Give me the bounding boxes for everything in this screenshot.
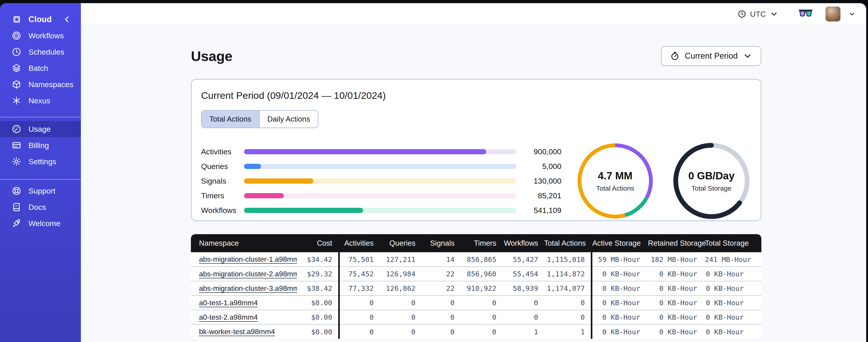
workflows-icon <box>11 30 22 41</box>
cell-active_storage: 0 KB-Hour <box>591 267 648 281</box>
sidebar-item-welcome[interactable]: Welcome <box>0 215 81 232</box>
bar-value: 5,000 <box>523 162 561 171</box>
actions-bar-chart: Activities900,000Queries5,000Signals130,… <box>201 149 561 213</box>
column-header-timers: Timers <box>460 234 502 252</box>
donut-center: 0 GB/DayTotal Storage <box>672 141 751 220</box>
tab-total-actions[interactable]: Total Actions <box>202 111 259 128</box>
cell-cost: $38.42 <box>297 281 339 296</box>
cell-retained_storage: 0 KB-Hour <box>648 267 705 281</box>
namespace-link[interactable]: abs-migration-cluster-2.a98mm4 <box>199 270 297 278</box>
bar-track <box>244 178 516 184</box>
column-header-signals: Signals <box>421 234 460 252</box>
table-row: a0-test-1.a98mm4$0.000000000 KB-Hour0 KB… <box>191 296 762 310</box>
cell-timers: 0 <box>460 296 502 310</box>
bar-track <box>244 193 516 198</box>
namespace-link[interactable]: abs-migration-cluster-3.a98mm4 <box>199 284 297 293</box>
sidebar-item-label: Workflows <box>28 31 64 40</box>
sidebar-collapse-button[interactable] <box>61 14 72 25</box>
actions-tabs: Total ActionsDaily Actions <box>201 110 318 128</box>
sidebar-item-support[interactable]: Support <box>0 183 81 199</box>
cell-signals: 0 <box>421 296 460 310</box>
donut-label: Total Actions <box>596 184 634 192</box>
sidebar-nav-account: UsageBillingSettings <box>0 121 81 170</box>
docs-icon <box>11 202 22 212</box>
namespace-link[interactable]: a0-test-1.a98mm4 <box>199 299 258 307</box>
cell-active_storage: 0 KB-Hour <box>591 281 648 296</box>
sidebar-item-label: Nexus <box>28 96 50 105</box>
bar-label: Timers <box>201 191 244 200</box>
namespace-link[interactable]: bk-worker-test.a98mm4 <box>199 328 275 336</box>
column-header-activities: Activities <box>339 234 379 252</box>
bar-track <box>244 164 516 169</box>
sidebar-item-settings[interactable]: Settings <box>0 153 81 170</box>
total-storage-donut: 0 GB/DayTotal Storage <box>672 141 751 220</box>
sidebar-item-namespaces[interactable]: Namespaces <box>0 76 81 93</box>
cell-total_storage: 0 KB-Hour <box>705 324 762 339</box>
summary-donuts: 4.7 MMTotal Actions 0 GB/DayTotal Storag… <box>576 141 751 220</box>
bar-fill <box>244 164 261 169</box>
sidebar-item-batch[interactable]: Batch <box>0 60 81 76</box>
column-header-active_storage: Active Storage <box>591 234 648 252</box>
bar-label: Queries <box>201 162 244 171</box>
column-header-total_actions: Total Actions <box>544 234 591 252</box>
sidebar-item-label: Namespaces <box>28 80 73 89</box>
bar-label: Signals <box>201 177 244 185</box>
namespace-link[interactable]: a0-test-2.a98mm4 <box>199 313 258 321</box>
sidebar-divider <box>0 179 81 179</box>
schedules-icon <box>11 47 22 57</box>
cell-cost: $29.32 <box>297 267 339 281</box>
temporal-logo-icon <box>11 14 22 25</box>
bar-label: Activities <box>201 147 244 156</box>
cell-namespace: a0-test-2.a98mm4 <box>191 310 297 324</box>
cell-namespace: abs-migration-cluster-1.a98mm4 <box>191 252 297 267</box>
welcome-icon <box>11 218 22 229</box>
page-title: Usage <box>191 48 232 64</box>
cell-retained_storage: 0 KB-Hour <box>648 281 705 296</box>
cell-cost: $0.00 <box>297 324 339 339</box>
user-avatar[interactable] <box>826 6 840 22</box>
sidebar-item-billing[interactable]: Billing <box>0 137 81 153</box>
sidebar-item-label: Welcome <box>28 219 60 228</box>
cell-signals: 22 <box>421 281 460 296</box>
cell-total_storage: 0 KB-Hour <box>705 296 762 310</box>
bar-fill <box>244 178 313 184</box>
sidebar-item-label: Support <box>28 186 55 195</box>
sidebar-item-nexus[interactable]: Nexus <box>0 93 81 109</box>
column-header-queries: Queries <box>379 234 421 252</box>
topbar: UTC <box>81 3 866 25</box>
usage-card: Current Period (09/01/2024 — 10/01/2024)… <box>191 79 762 221</box>
donut-label: Total Storage <box>691 184 732 192</box>
sidebar-item-schedules[interactable]: Schedules <box>0 44 81 60</box>
cell-namespace: abs-migration-cluster-2.a98mm4 <box>191 267 297 281</box>
cell-queries: 127,211 <box>379 252 421 267</box>
cell-active_storage: 59 MB-Hour <box>591 252 648 267</box>
period-selector-button[interactable]: Current Period <box>661 46 762 66</box>
namespace-link[interactable]: abs-migration-cluster-1.a98mm4 <box>199 255 297 263</box>
column-header-total_storage: Total Storage <box>705 234 762 252</box>
cell-timers: 856,865 <box>460 252 502 267</box>
glasses-icon[interactable] <box>798 8 813 20</box>
namespaces-icon <box>11 79 22 90</box>
cell-namespace: abs-migration-cluster-3.a98mm4 <box>191 281 297 296</box>
cell-namespace: bk-worker-test.a98mm4 <box>191 324 297 339</box>
bar-value: 541,109 <box>523 206 561 215</box>
cell-signals: 22 <box>421 267 460 281</box>
cell-namespace: a0-test-1.a98mm4 <box>191 296 297 310</box>
tab-daily-actions[interactable]: Daily Actions <box>259 111 318 128</box>
cell-retained_storage: 0 KB-Hour <box>648 310 705 324</box>
cell-timers: 0 <box>460 324 502 339</box>
sidebar-item-label: Billing <box>28 141 49 150</box>
cell-signals: 0 <box>421 324 460 339</box>
cell-activities: 0 <box>339 310 379 324</box>
cell-total_storage: 0 KB-Hour <box>705 281 762 296</box>
sidebar-item-docs[interactable]: Docs <box>0 199 81 215</box>
table-row: a0-test-2.a98mm4$0.000000000 KB-Hour0 KB… <box>191 310 762 324</box>
user-menu-chevron-down-icon[interactable] <box>848 10 856 18</box>
cell-activities: 75,501 <box>339 252 379 267</box>
timezone-selector[interactable]: UTC <box>737 9 778 19</box>
cell-retained_storage: 0 KB-Hour <box>648 296 705 310</box>
sidebar-item-usage[interactable]: Usage <box>0 121 81 137</box>
sidebar-item-workflows[interactable]: Workflows <box>0 28 81 44</box>
cell-total_actions: 0 <box>544 310 591 324</box>
bar-fill <box>244 208 363 213</box>
